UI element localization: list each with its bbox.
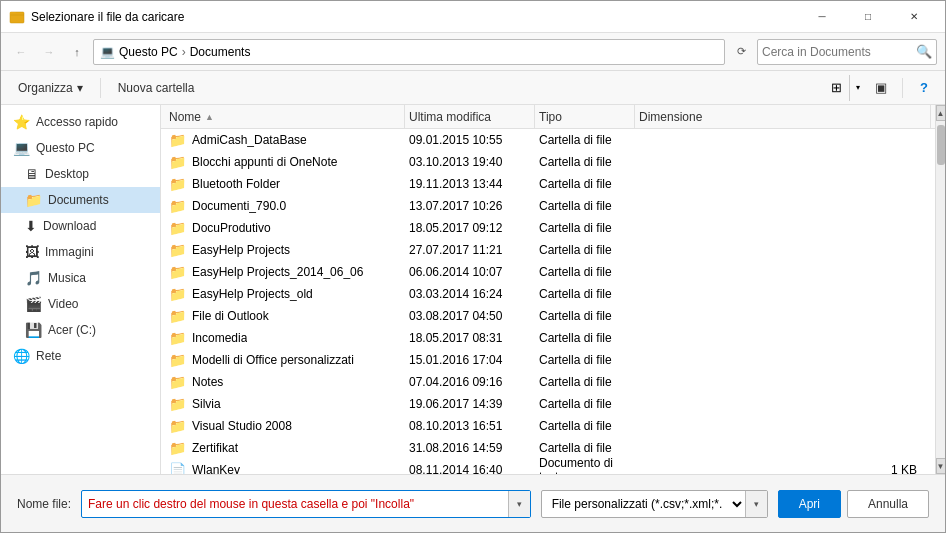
sidebar-item-questo-pc[interactable]: 💻 Questo PC [1, 135, 160, 161]
file-name: AdmiCash_DataBase [192, 133, 307, 147]
filename-input[interactable] [82, 497, 508, 511]
back-button[interactable]: ← [9, 40, 33, 64]
view-dropdown-arrow: ▾ [849, 75, 865, 101]
search-input[interactable] [762, 45, 916, 59]
musica-icon: 🎵 [25, 270, 42, 286]
file-name: Bluetooth Folder [192, 177, 280, 191]
forward-button[interactable]: → [37, 40, 61, 64]
file-name: EasyHelp Projects_old [192, 287, 313, 301]
breadcrumb[interactable]: 💻 Questo PC › Documents [93, 39, 725, 65]
col-type-label: Tipo [539, 110, 562, 124]
table-row[interactable]: 📁Bluetooth Folder19.11.2013 13:44Cartell… [161, 173, 935, 195]
close-button[interactable]: ✕ [891, 1, 937, 33]
open-button[interactable]: Apri [778, 490, 841, 518]
filename-dropdown-button[interactable]: ▾ [508, 491, 530, 517]
col-header-size[interactable]: Dimensione [635, 105, 931, 129]
file-icon: 📄 [169, 462, 186, 474]
scroll-down-button[interactable]: ▼ [936, 458, 946, 474]
folder-icon: 📁 [169, 286, 186, 302]
sidebar-item-rete[interactable]: 🌐 Rete [1, 343, 160, 369]
table-row[interactable]: 📁DocuProdutivo18.05.2017 09:12Cartella d… [161, 217, 935, 239]
view-dropdown[interactable]: ⊞ ▾ [822, 74, 866, 102]
file-date: 09.01.2015 10:55 [405, 133, 535, 147]
filename-label: Nome file: [17, 497, 71, 511]
file-date: 18.05.2017 08:31 [405, 331, 535, 345]
folder-icon: 📁 [169, 440, 186, 456]
file-type: Cartella di file [535, 221, 635, 235]
table-row[interactable]: 📁Modelli di Office personalizzati15.01.2… [161, 349, 935, 371]
sidebar-item-documents[interactable]: 📁 Documents [1, 187, 160, 213]
table-row[interactable]: 📁EasyHelp Projects_2014_06_0606.06.2014 … [161, 261, 935, 283]
sidebar-item-immagini[interactable]: 🖼 Immagini [1, 239, 160, 265]
file-name: Documenti_790.0 [192, 199, 286, 213]
download-icon: ⬇ [25, 218, 37, 234]
file-type: Cartella di file [535, 133, 635, 147]
file-list[interactable]: 📁AdmiCash_DataBase09.01.2015 10:55Cartel… [161, 129, 935, 474]
pane-button[interactable]: ▣ [868, 75, 894, 101]
col-header-date[interactable]: Ultima modifica [405, 105, 535, 129]
file-type: Cartella di file [535, 265, 635, 279]
sidebar-item-video[interactable]: 🎬 Video [1, 291, 160, 317]
bc-sep1: › [182, 45, 186, 59]
table-row[interactable]: 📁AdmiCash_DataBase09.01.2015 10:55Cartel… [161, 129, 935, 151]
sidebar-item-musica[interactable]: 🎵 Musica [1, 265, 160, 291]
filename-input-wrap: ▾ [81, 490, 531, 518]
scroll-up-button[interactable]: ▲ [936, 105, 946, 121]
folder-icon: 📁 [169, 352, 186, 368]
filetype-select[interactable]: File personalizzati (*.csv;*.xml;*. [542, 496, 745, 512]
file-name: Silvia [192, 397, 221, 411]
maximize-button[interactable]: □ [845, 1, 891, 33]
address-bar: ← → ↑ 💻 Questo PC › Documents ⟳ 🔍 [1, 33, 945, 71]
organize-label: Organizza [18, 81, 73, 95]
table-row[interactable]: 📁Visual Studio 200808.10.2013 16:51Carte… [161, 415, 935, 437]
col-header-name[interactable]: Nome ▲ [165, 105, 405, 129]
file-type: Cartella di file [535, 199, 635, 213]
cancel-button[interactable]: Annulla [847, 490, 929, 518]
sidebar-item-accesso-rapido[interactable]: ⭐ Accesso rapido [1, 109, 160, 135]
table-row[interactable]: 📁EasyHelp Projects_old03.03.2014 16:24Ca… [161, 283, 935, 305]
scrollbar-thumb[interactable] [937, 125, 945, 165]
filetype-dropdown-icon: ▾ [745, 491, 767, 517]
table-row[interactable]: 📁Incomedia18.05.2017 08:31Cartella di fi… [161, 327, 935, 349]
file-name: DocuProdutivo [192, 221, 271, 235]
new-folder-button[interactable]: Nuova cartella [109, 75, 204, 101]
col-header-type[interactable]: Tipo [535, 105, 635, 129]
file-name: EasyHelp Projects_2014_06_06 [192, 265, 363, 279]
title-bar: Selezionare il file da caricare ─ □ ✕ [1, 1, 945, 33]
table-row[interactable]: 📁EasyHelp Projects27.07.2017 11:21Cartel… [161, 239, 935, 261]
main-area: ⭐ Accesso rapido 💻 Questo PC 🖥 Desktop 📁… [1, 105, 945, 474]
table-row[interactable]: 📁File di Outlook03.08.2017 04:50Cartella… [161, 305, 935, 327]
up-button[interactable]: ↑ [65, 40, 89, 64]
scrollbar-track-inner [936, 121, 945, 458]
sidebar-item-acer-c[interactable]: 💾 Acer (C:) [1, 317, 160, 343]
accesso-rapido-icon: ⭐ [13, 114, 30, 130]
refresh-button[interactable]: ⟳ [729, 40, 753, 64]
file-type: Cartella di file [535, 375, 635, 389]
bottom-bar: Nome file: ▾ File personalizzati (*.csv;… [1, 474, 945, 532]
bc-root-icon: 💻 [100, 45, 115, 59]
search-icon[interactable]: 🔍 [916, 44, 932, 59]
table-row[interactable]: 📁Documenti_790.013.07.2017 10:26Cartella… [161, 195, 935, 217]
bc-root: Questo PC [119, 45, 178, 59]
documents-label: Documents [48, 193, 109, 207]
sidebar-item-desktop[interactable]: 🖥 Desktop [1, 161, 160, 187]
file-date: 19.11.2013 13:44 [405, 177, 535, 191]
bc-current: Documents [190, 45, 251, 59]
file-date: 27.07.2017 11:21 [405, 243, 535, 257]
minimize-button[interactable]: ─ [799, 1, 845, 33]
help-button[interactable]: ? [911, 75, 937, 101]
file-type: Documento di testo [535, 456, 635, 474]
sidebar-item-download[interactable]: ⬇ Download [1, 213, 160, 239]
organize-button[interactable]: Organizza ▾ [9, 75, 92, 101]
table-row[interactable]: 📁Blocchi appunti di OneNote03.10.2013 19… [161, 151, 935, 173]
table-row[interactable]: 📄WlanKey08.11.2014 16:40Documento di tes… [161, 459, 935, 474]
table-row[interactable]: 📁Silvia19.06.2017 14:39Cartella di file [161, 393, 935, 415]
folder-icon: 📁 [169, 176, 186, 192]
table-row[interactable]: 📁Notes07.04.2016 09:16Cartella di file [161, 371, 935, 393]
folder-icon: 📁 [169, 330, 186, 346]
folder-icon: 📁 [169, 308, 186, 324]
folder-icon: 📁 [169, 242, 186, 258]
video-label: Video [48, 297, 78, 311]
download-label: Download [43, 219, 96, 233]
file-type: Cartella di file [535, 243, 635, 257]
